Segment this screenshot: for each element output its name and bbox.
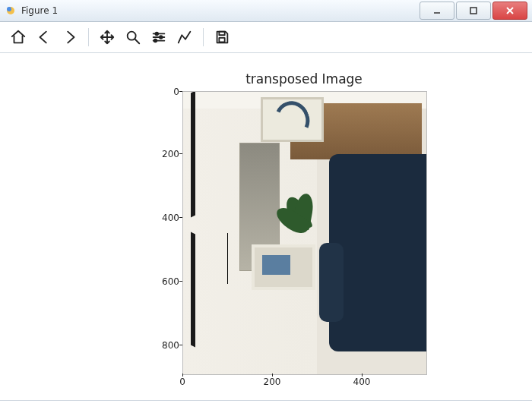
zoom-button[interactable]: [122, 27, 144, 48]
svg-rect-3: [470, 8, 477, 14]
svg-rect-10: [219, 32, 224, 36]
separator: [88, 28, 89, 46]
status-bar: [0, 400, 532, 416]
y-tick-label: 0: [149, 87, 179, 97]
configure-subplots-button[interactable]: [148, 27, 169, 48]
app-icon: [5, 5, 17, 17]
title-bar: Figure 1: [0, 0, 532, 22]
y-tick-label: 600: [149, 276, 179, 287]
toolbar: [0, 22, 532, 53]
pan-button[interactable]: [97, 27, 118, 48]
svg-rect-11: [219, 38, 224, 42]
figure-window: Figure 1: [0, 0, 532, 416]
plot-canvas[interactable]: transposed Image 0 200 400 600 800: [0, 53, 532, 416]
separator: [203, 28, 204, 46]
x-tick-label: 400: [347, 377, 377, 387]
svg-point-8: [160, 36, 163, 39]
image-display: [182, 91, 427, 375]
save-button[interactable]: [211, 27, 233, 48]
svg-point-9: [154, 39, 157, 43]
close-button[interactable]: [492, 2, 527, 20]
svg-point-6: [128, 32, 136, 40]
home-button[interactable]: [8, 27, 29, 48]
svg-point-7: [155, 33, 158, 36]
maximize-button[interactable]: [456, 2, 491, 20]
edit-axis-button[interactable]: [174, 27, 195, 48]
forward-button[interactable]: [59, 27, 81, 48]
scene-illustration: [183, 92, 426, 374]
y-tick-label: 400: [149, 213, 179, 223]
svg-point-1: [7, 7, 11, 11]
x-tick-label: 200: [257, 377, 287, 387]
x-tick-label: 0: [167, 377, 198, 387]
minimize-button[interactable]: [420, 2, 454, 20]
window-buttons: [418, 2, 527, 20]
y-tick-label: 200: [149, 149, 179, 159]
plot-title: transposed Image: [182, 71, 426, 87]
back-button[interactable]: [33, 27, 55, 48]
y-tick-label: 800: [149, 340, 179, 351]
image-axes: [182, 91, 426, 373]
window-title: Figure 1: [21, 5, 418, 16]
